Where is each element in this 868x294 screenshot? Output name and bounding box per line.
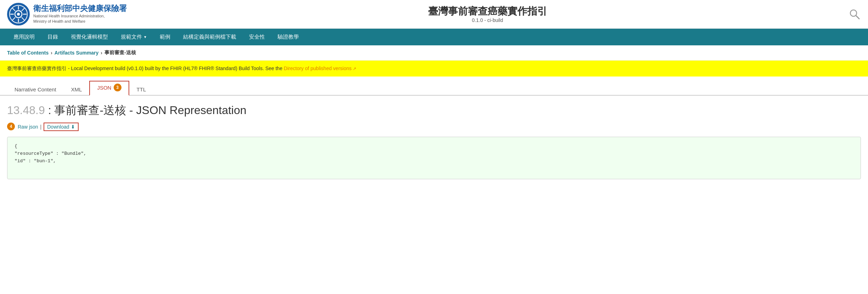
download-label: Download [47, 124, 69, 130]
search-button[interactable] [848, 8, 861, 21]
svg-line-12 [856, 16, 859, 19]
breadcrumb-sep-2: › [101, 50, 102, 56]
org-title: 衛生福利部中央健康保險署 [33, 4, 127, 13]
tab-ttl[interactable]: TTL [129, 83, 154, 96]
breadcrumb-current: 事前審查-送核 [104, 50, 136, 56]
header-center: 臺灣事前審查癌藥實作指引 0.1.0 - ci-build [127, 5, 848, 23]
download-link[interactable]: Download ⬇ [44, 123, 78, 131]
code-line-1: { [15, 143, 853, 150]
logo-area: 衛生福利部中央健康保險署 National Health Insurance A… [7, 3, 127, 26]
section-number: 13.48.9 [7, 104, 45, 117]
pipe-separator: | [40, 124, 42, 130]
download-icon: ⬇ [71, 124, 75, 130]
nav-item-1[interactable]: 目錄 [41, 29, 64, 45]
warning-banner: 臺灣事前審查癌藥實作指引 - Local Development build (… [0, 61, 868, 77]
nav-item-2[interactable]: 視覺化邏輯模型 [64, 29, 114, 45]
step4-badge: 4 [7, 123, 15, 130]
nav-item-4[interactable]: 範例 [153, 29, 177, 45]
org-info: 衛生福利部中央健康保險署 National Health Insurance A… [33, 4, 127, 24]
nav-item-5[interactable]: 結構定義與範例檔下載 [177, 29, 243, 45]
svg-point-10 [17, 13, 20, 16]
code-line-3: "id" : "bun-1", [15, 158, 853, 165]
breadcrumb-sep-1: › [51, 50, 52, 56]
version-label: 0.1.0 - ci-build [127, 17, 848, 23]
breadcrumb-toc[interactable]: Table of Contents [7, 50, 49, 56]
warning-text-prefix: 臺灣事前審查癌藥實作指引 - Local Development build (… [7, 66, 284, 71]
tab-narrative[interactable]: Narrative Content [7, 83, 64, 96]
logo-icon [7, 3, 30, 26]
breadcrumb: Table of Contents › Artifacts Summary › … [0, 45, 868, 61]
raw-json-link[interactable]: Raw json [18, 124, 38, 130]
code-block: { "resourceType" : "Bundle", "id" : "bun… [7, 137, 861, 179]
section-heading: : 事前審查-送核 - JSON Representation [48, 104, 246, 117]
org-sub-line2: Ministry of Health and Welfare [33, 19, 127, 24]
org-sub-line1: National Health Insurance Administration… [33, 13, 127, 19]
section-title: 13.48.9 : 事前審查-送核 - JSON Representation [7, 103, 861, 118]
download-bar: 4 Raw json | Download ⬇ [7, 123, 861, 131]
nav-item-6[interactable]: 安全性 [243, 29, 271, 45]
breadcrumb-artifacts[interactable]: Artifacts Summary [55, 50, 99, 56]
dropdown-arrow-icon: ▼ [143, 35, 147, 39]
tab-xml[interactable]: XML [64, 83, 90, 96]
directory-link[interactable]: Directory of published versions [284, 66, 356, 71]
code-line-2: "resourceType" : "Bundle", [15, 150, 853, 158]
page-header: 衛生福利部中央健康保險署 National Health Insurance A… [0, 0, 868, 29]
nav-item-3[interactable]: 規範文件 ▼ [114, 29, 153, 45]
main-title: 臺灣事前審查癌藥實作指引 [127, 5, 848, 17]
main-nav: 應用說明 目錄 視覺化邏輯模型 規範文件 ▼ 範例 結構定義與範例檔下載 安全性… [0, 29, 868, 45]
step3-badge: 3 [114, 84, 121, 91]
nav-item-0[interactable]: 應用說明 [7, 29, 41, 45]
content-tabs: Narrative Content XML JSON 3 TTL [0, 77, 868, 96]
tab-json[interactable]: JSON 3 [89, 81, 129, 96]
main-content: 13.48.9 : 事前審查-送核 - JSON Representation … [0, 96, 868, 186]
nav-item-7[interactable]: 驗證教學 [271, 29, 305, 45]
